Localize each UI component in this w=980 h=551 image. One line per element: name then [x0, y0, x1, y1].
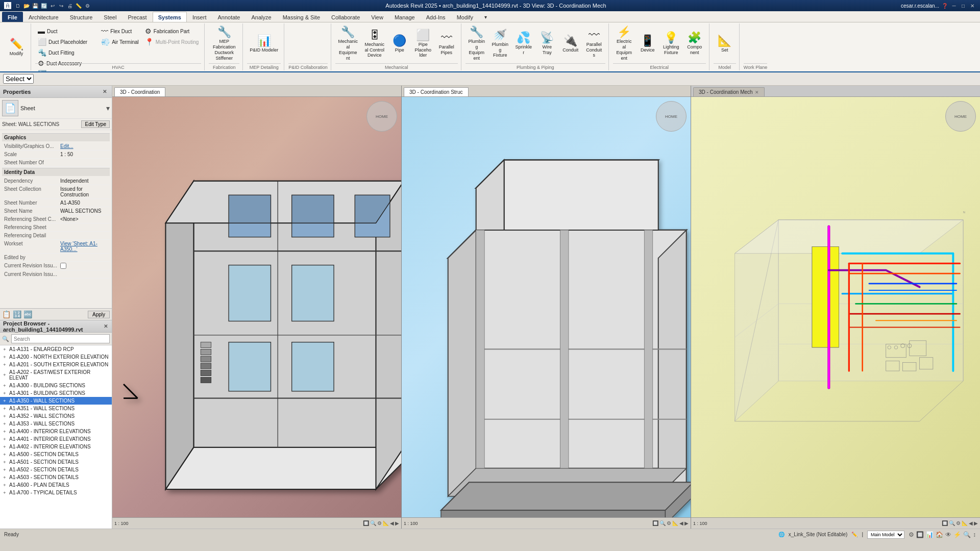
status-icon-4[interactable]: 🏠 [936, 531, 943, 538]
vf-icon-1d[interactable]: 📐 [383, 520, 389, 526]
edit-type-button[interactable]: Edit Type [81, 120, 110, 128]
tree-item[interactable]: +A1-A402 - INTERIOR ELEVATIONS [0, 443, 112, 450]
tree-item[interactable]: +A1-A350 - WALL SECTIONS [0, 397, 112, 405]
close-mech-tab[interactable]: ✕ [755, 90, 759, 95]
status-model-dropdown[interactable]: Main Model [867, 531, 904, 539]
tree-item[interactable]: +A1-A351 - WALL SECTIONS [0, 405, 112, 412]
prop-value-workset[interactable]: View 'Sheet: A1-A350...' [60, 241, 108, 252]
vf-icon-1f[interactable]: ▶ [395, 520, 399, 526]
prop-checkbox-current-rev[interactable] [60, 263, 66, 269]
search-input[interactable] [11, 334, 110, 343]
tab-massing[interactable]: Massing & Site [277, 12, 326, 22]
close-btn[interactable]: ✕ [969, 2, 976, 9]
vf-icon-3c[interactable]: ⚙ [956, 520, 961, 526]
view-tab-struc[interactable]: 3D - Coordination Struc [404, 87, 469, 96]
vf-icon-3d[interactable]: 📐 [962, 520, 968, 526]
settings-btn[interactable]: ⚙ [84, 2, 91, 9]
fabrication-part-btn[interactable]: ⚙ Fabrication Part [142, 26, 201, 36]
status-icon-6[interactable]: ⚡ [953, 531, 961, 538]
plumbing-fixture-btn[interactable]: 🚿 Plumbing Fixture [489, 26, 511, 62]
redo-btn[interactable]: ↪ [58, 2, 65, 9]
tree-item[interactable]: +A1-A600 - PLAN DETAILS [0, 481, 112, 489]
view-tab-mech[interactable]: 3D - Coordination Mech ✕ [693, 87, 765, 96]
tree-item[interactable]: +A1-A700 - TYPICAL DETAILS [0, 489, 112, 496]
vf-icon-2c[interactable]: ⚙ [667, 520, 671, 526]
tree-item[interactable]: +A1-A200 - NORTH EXTERIOR ELEVATION [0, 353, 112, 361]
tree-item[interactable]: +A1-A400 - INTERIOR ELEVATIONS [0, 428, 112, 435]
tab-precast[interactable]: Precast [122, 12, 152, 22]
set-btn[interactable]: 📐 Set [714, 26, 736, 62]
tree-item[interactable]: +A1-A502 - SECTION DETAILS [0, 466, 112, 473]
component-btn[interactable]: 🧩 Component [683, 26, 706, 62]
tree-item[interactable]: +A1-A353 - WALL SECTIONS [0, 420, 112, 428]
status-icon-2[interactable]: 🔲 [916, 531, 924, 538]
wire-tray-btn[interactable]: 📡 Wire Tray [536, 26, 558, 62]
conduit-btn[interactable]: 🔌 Conduit [559, 26, 582, 62]
minimize-btn[interactable]: ─ [950, 2, 958, 9]
tree-item[interactable]: +A1-A352 - WALL SECTIONS [0, 412, 112, 420]
select-dropdown[interactable]: Select [3, 74, 34, 84]
vf-icon-1a[interactable]: 🔲 [363, 520, 369, 526]
new-btn[interactable]: 🗋 [14, 2, 21, 9]
parallel-pipes-btn[interactable]: 〰 Parallel Pipes [435, 26, 458, 62]
vf-icon-2a[interactable]: 🔲 [652, 520, 658, 526]
sprinkler-btn[interactable]: 💦 Sprinkler [512, 26, 535, 62]
pipe-placeholder-btn[interactable]: ⬜ Pipe Placeholder [412, 26, 434, 62]
properties-close-btn[interactable]: ✕ [101, 88, 109, 96]
vf-icon-2d[interactable]: 📐 [672, 520, 678, 526]
project-browser-close-btn[interactable]: ✕ [103, 322, 109, 331]
pid-modeler-btn[interactable]: 📊 P&ID Modeler [247, 26, 281, 62]
vf-icon-1b[interactable]: 🔍 [370, 520, 376, 526]
vf-icon-1c[interactable]: ⚙ [377, 520, 382, 526]
tab-contextual[interactable]: ▾ [479, 12, 493, 22]
tree-item[interactable]: +A1-A300 - BUILDING SECTIONS [0, 382, 112, 389]
tab-steel[interactable]: Steel [98, 12, 122, 22]
tab-file[interactable]: File [2, 12, 23, 22]
air-terminal-btn[interactable]: 💨 Air Terminal [99, 37, 141, 47]
vf-icon-2b[interactable]: 🔍 [659, 520, 666, 526]
mechanical-control-device-btn[interactable]: 🎛 Mechanical Control Device [362, 26, 387, 62]
tab-modify[interactable]: Modify [451, 12, 479, 22]
prop-value-vg[interactable]: Edit... [60, 143, 108, 149]
tree-item[interactable]: +A1-A401 - INTERIOR ELEVATIONS [0, 435, 112, 443]
vf-icon-1e[interactable]: ◀ [390, 520, 394, 526]
parallel-conduits-btn[interactable]: 〰 Parallel Conduits [583, 26, 605, 62]
tab-view[interactable]: View [365, 12, 389, 22]
footer-icon-3[interactable]: 🔤 [23, 310, 32, 318]
save-btn[interactable]: 💾 [32, 2, 39, 9]
tree-item[interactable]: +A1-A501 - SECTION DETAILS [0, 458, 112, 466]
mep-fabrication-ductwork-stiffener-btn[interactable]: 🔧 MEP Fabrication Ductwork Stiffener [209, 26, 239, 62]
mechanical-equipment-btn[interactable]: 🔧 Mechanical Equipment [335, 26, 361, 62]
tree-item[interactable]: +A1-A301 - BUILDING SECTIONS [0, 389, 112, 397]
tab-structure[interactable]: Structure [64, 12, 99, 22]
tab-manage[interactable]: Manage [389, 12, 421, 22]
duct-btn[interactable]: ▬ Duct [35, 26, 97, 36]
nav-cube-1[interactable]: HOME [366, 101, 397, 132]
tab-analyze[interactable]: Analyze [246, 12, 277, 22]
tree-item[interactable]: +A1-A131 - ENLARGED RCP [0, 345, 112, 353]
electrical-equipment-btn[interactable]: ⚡ Electrical Equipment [613, 26, 635, 62]
tree-item[interactable]: +A1-A202 - EAST/WEST EXTERIOR ELEVAT [0, 368, 112, 382]
duct-fitting-btn[interactable]: 🔩 Duct Fitting [35, 47, 97, 58]
apply-button[interactable]: Apply [88, 311, 110, 318]
undo-btn[interactable]: ↩ [49, 2, 56, 9]
tree-item[interactable]: +A1-A500 - SECTION DETAILS [0, 450, 112, 458]
vf-icon-3b[interactable]: 🔍 [949, 520, 955, 526]
vf-icon-2f[interactable]: ▶ [684, 520, 689, 526]
tab-collaborate[interactable]: Collaborate [326, 12, 365, 22]
prop-type-dropdown[interactable]: ▾ [106, 104, 110, 112]
nav-cube-2[interactable]: HOME [656, 101, 687, 132]
device-btn[interactable]: 📱 Device [636, 26, 659, 62]
print-btn[interactable]: 🖨 [66, 2, 74, 9]
open-btn[interactable]: 📂 [23, 2, 30, 9]
vf-icon-3e[interactable]: ◀ [969, 520, 973, 526]
vf-icon-2e[interactable]: ◀ [679, 520, 683, 526]
flex-duct-btn[interactable]: 〰 Flex Duct [99, 26, 141, 36]
lighting-fixture-btn[interactable]: 💡 Lighting Fixture [660, 26, 682, 62]
footer-icon-2[interactable]: 🔢 [13, 310, 21, 318]
tree-item[interactable]: +A1-A201 - SOUTH EXTERIOR ELEVATION [0, 361, 112, 368]
tab-annotate[interactable]: Annotate [212, 12, 246, 22]
pipe-btn[interactable]: 🔵 Pipe [388, 26, 411, 62]
sync-btn[interactable]: 🔄 [40, 2, 47, 9]
footer-icon-1[interactable]: 📋 [2, 310, 11, 318]
